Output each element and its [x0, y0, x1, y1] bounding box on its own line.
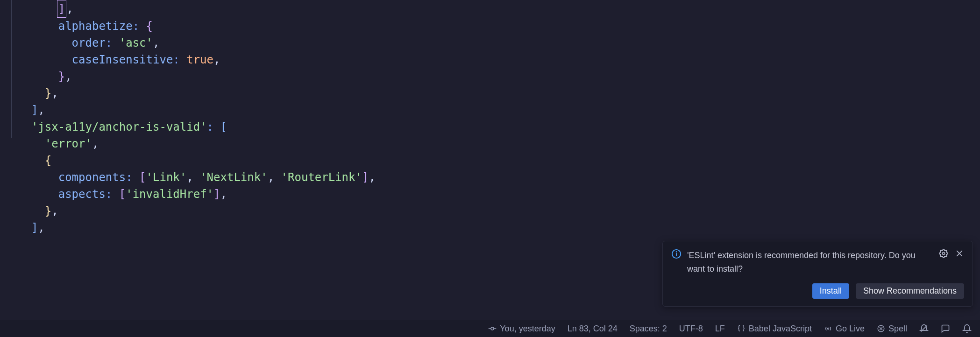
status-label: Ln 83, Col 24 [568, 323, 618, 335]
notification-toast: 'ESLint' extension is recommended for th… [662, 241, 973, 307]
status-bar: You, yesterday Ln 83, Col 24 Spaces: 2 U… [0, 320, 980, 337]
status-indentation[interactable]: Spaces: 2 [630, 323, 667, 335]
status-label: You, yesterday [500, 323, 555, 335]
status-encoding[interactable]: UTF-8 [679, 323, 703, 335]
code-line: }, [18, 203, 376, 219]
code-line: alphabetize: { [18, 18, 376, 35]
gear-icon[interactable] [939, 249, 948, 258]
svg-point-3 [943, 253, 945, 255]
code-line: 'error', [18, 135, 376, 152]
status-label: Spell [888, 323, 907, 335]
code-line: aspects: ['invalidHref'], [18, 186, 376, 203]
code-line: }, [18, 68, 376, 85]
status-label: Go Live [836, 323, 865, 335]
notification-message: 'ESLint' extension is recommended for th… [687, 249, 933, 276]
git-commit-icon [488, 324, 497, 333]
code-line: components: ['Link', 'NextLink', 'Router… [18, 169, 376, 186]
status-label: LF [715, 323, 725, 335]
code-line: ], [18, 0, 376, 18]
code-editor[interactable]: ], alphabetize: { order: 'asc', caseInse… [0, 0, 376, 236]
status-bell-icon[interactable] [962, 324, 972, 333]
status-go-live[interactable]: Go Live [824, 323, 865, 335]
status-eol[interactable]: LF [715, 323, 725, 335]
broadcast-icon [824, 324, 832, 333]
code-line: }, [18, 85, 376, 102]
status-git-blame[interactable]: You, yesterday [488, 323, 555, 335]
code-line: caseInsensitive: true, [18, 51, 376, 68]
svg-point-2 [676, 252, 677, 252]
install-button[interactable]: Install [812, 283, 849, 299]
code-line: order: 'asc', [18, 35, 376, 51]
svg-point-9 [827, 328, 829, 330]
status-cursor-position[interactable]: Ln 83, Col 24 [568, 323, 618, 335]
status-feedback-icon[interactable] [941, 324, 950, 333]
indent-guide [11, 0, 12, 138]
show-recommendations-button[interactable]: Show Recommendations [856, 283, 964, 299]
status-notifications-none-icon[interactable] [919, 324, 929, 333]
braces-icon [737, 324, 746, 333]
status-language-mode[interactable]: Babel JavaScript [737, 323, 812, 335]
code-line: ], [18, 219, 376, 236]
code-line: ], [18, 102, 376, 119]
info-icon [671, 249, 682, 276]
status-spell[interactable]: Spell [877, 323, 907, 335]
status-label: UTF-8 [679, 323, 703, 335]
code-line: 'jsx-a11y/anchor-is-valid': [ [18, 119, 376, 135]
code-line: { [18, 152, 376, 169]
close-icon[interactable] [955, 249, 964, 258]
circle-x-icon [877, 324, 885, 333]
status-label: Babel JavaScript [749, 323, 812, 335]
svg-point-6 [491, 327, 494, 330]
cursor-bracket: ] [57, 0, 66, 18]
status-label: Spaces: 2 [630, 323, 667, 335]
